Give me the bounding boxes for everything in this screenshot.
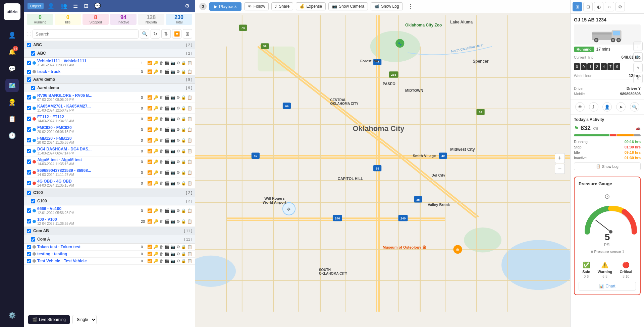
- person-action-btn[interactable]: 👤: [602, 102, 612, 112]
- rt-settings-btn[interactable]: ⚙: [615, 2, 625, 11]
- vehicle-checkbox[interactable]: [27, 61, 31, 65]
- grid-icon-btn[interactable]: ⊞: [82, 2, 90, 10]
- vehicle-checkbox[interactable]: [27, 170, 31, 175]
- vehicle-row[interactable]: 100 - V100 12-04-2023 11:36:55 AM 20 📶 🔑…: [24, 216, 195, 227]
- settings-icon-btn[interactable]: ⚙: [183, 2, 192, 10]
- view-action-btn[interactable]: 👁: [575, 102, 585, 112]
- vehicle-row[interactable]: 4G OBD - 4G OBD 14-03-2024 11:35:15 AM 0…: [24, 178, 195, 189]
- side-icon-3[interactable]: ✎: [633, 63, 643, 72]
- group-header-comab[interactable]: Com AB [ 11 ]: [24, 227, 195, 235]
- side-icon-4[interactable]: ⧉: [633, 74, 643, 83]
- status-nodata[interactable]: 128 NoData: [138, 14, 164, 25]
- vehicle-row[interactable]: FT112 - FT112 14-03-2024 11:34:56 AM 0 📶…: [24, 114, 195, 124]
- side-icon-1[interactable]: ↕: [633, 42, 643, 51]
- vehicle-checkbox[interactable]: [27, 245, 31, 249]
- vehicle-checkbox[interactable]: [27, 138, 31, 142]
- share-action-btn[interactable]: ⤴: [589, 102, 598, 112]
- vehicle-row[interactable]: testing - testing 0 📶 🔑 🗑 🎬 📷 ⚙ 🔒 📋: [24, 251, 195, 258]
- vehicle-row[interactable]: Token test - Token test 0 📶 🔑 🗑 🎬 📷 ⚙ 🔒 …: [24, 244, 195, 251]
- status-running[interactable]: 0 Running: [27, 14, 53, 25]
- vehicle-checkbox[interactable]: [27, 149, 31, 153]
- vehicle-row[interactable]: AlgoM test - AlgoM test 14-03-2024 11:35…: [24, 156, 195, 167]
- playback-tab-btn[interactable]: ▶ Playback: [209, 2, 241, 11]
- vehicle-row[interactable]: DC4 DASHCAM - DC4 DAS... 11-03-2024 06:4…: [24, 146, 195, 156]
- vehicle-row[interactable]: 6666 - Vc100 12-01-2024 05:56:23 PM 0 📶 …: [24, 205, 195, 216]
- vehicle-checkbox[interactable]: [27, 181, 31, 185]
- status-inactive[interactable]: 94 Inactive: [110, 14, 137, 25]
- share-btn[interactable]: ⤴ Share: [271, 2, 293, 10]
- vehicle-row[interactable]: FMB120 - FMB120 20-02-2024 11:35:58 AM 0…: [24, 135, 195, 146]
- group-coma-checkbox[interactable]: [31, 237, 35, 242]
- show-camera-btn[interactable]: 📷 Show Camera: [328, 2, 368, 10]
- rt-view-btn-2[interactable]: ⊟: [583, 2, 593, 11]
- search-btn[interactable]: 🔍: [140, 29, 149, 39]
- rt-view-btn-3[interactable]: ◐: [594, 2, 603, 11]
- rt-view-btn-1[interactable]: ⊞: [573, 2, 582, 11]
- pressure-chart-btn[interactable]: 📊 Chart: [579, 282, 636, 290]
- search-action-btn[interactable]: 🔍: [630, 102, 639, 112]
- object-tab-btn[interactable]: Object: [28, 3, 44, 9]
- nav-person[interactable]: 👷: [5, 95, 19, 109]
- group-aarvi-checkbox[interactable]: [27, 77, 31, 82]
- vehicle-checkbox[interactable]: [27, 259, 31, 263]
- vehicle-row[interactable]: truck - truck 0 📶 🔑 🗑 🎬 📷 ⚙ 🔒 📋: [24, 68, 195, 75]
- navigate-action-btn[interactable]: ➤: [616, 102, 626, 112]
- vehicle-checkbox[interactable]: [27, 252, 31, 256]
- list-icon-btn[interactable]: ☰: [71, 2, 80, 10]
- expense-btn[interactable]: 💰 Expense: [296, 2, 326, 10]
- group-abc-checkbox[interactable]: [27, 43, 31, 47]
- nav-profile[interactable]: 👤: [5, 28, 19, 42]
- vehicle-checkbox[interactable]: [27, 70, 31, 74]
- user-icon-btn[interactable]: 👤: [46, 2, 56, 10]
- columns-btn[interactable]: ⊞: [183, 29, 192, 39]
- vehicle-checkbox[interactable]: [27, 106, 31, 110]
- sort-btn[interactable]: ⇅: [161, 29, 171, 39]
- group-header-abc[interactable]: ABC [ 2 ]: [24, 41, 195, 49]
- vehicle-checkbox[interactable]: [27, 159, 31, 164]
- vehicle-row[interactable]: KA05AM2781 - KA05AM27... 11-03-2024 12:5…: [24, 103, 195, 114]
- filter-btn[interactable]: 🔽: [172, 29, 181, 39]
- follow-btn[interactable]: 👁 Follow: [244, 2, 269, 10]
- comment-icon-btn[interactable]: 💬: [92, 2, 103, 10]
- group-subheader-c100[interactable]: C100 [ 2 ]: [24, 197, 195, 205]
- side-icon-2[interactable]: 🔍: [633, 52, 643, 62]
- vehicle-checkbox[interactable]: [27, 95, 31, 100]
- refresh-btn[interactable]: ↻: [151, 29, 160, 39]
- group-header-aarvi[interactable]: Aarvi demo [ 9 ]: [24, 75, 195, 84]
- vehicle-row[interactable]: FMC920 - FMC920 20-02-2024 06:06:15 PM 0…: [24, 124, 195, 135]
- group-comab-checkbox[interactable]: [27, 229, 31, 233]
- nav-map[interactable]: 🗺️: [5, 79, 19, 92]
- vehicle-row[interactable]: 8696890437821539 - 86968... 14-03-2024 1…: [24, 167, 195, 178]
- nav-notifications[interactable]: 🔔 34: [5, 45, 19, 59]
- group-subheader-aarvi[interactable]: Aarvi demo [ 9 ]: [24, 84, 195, 92]
- live-streaming-btn[interactable]: 🎬 Live Streaming: [28, 315, 70, 324]
- vehicle-checkbox[interactable]: [27, 117, 31, 121]
- show-log-btn[interactable]: 📹 Show Log: [371, 2, 402, 10]
- show-log-activity-btn[interactable]: 📋 Show Log: [574, 162, 641, 170]
- status-stopped[interactable]: 8 Stopped: [83, 14, 109, 25]
- vehicle-checkbox[interactable]: [27, 208, 31, 213]
- rt-view-btn-4[interactable]: ○: [605, 2, 614, 11]
- group-abc2-checkbox[interactable]: [31, 51, 35, 56]
- vehicle-row[interactable]: Test Vehicle - Test Vehicle 0 📶 🔑 🗑 🎬 📷 …: [24, 258, 195, 265]
- group-subheader-coma[interactable]: Com A [ 11 ]: [24, 235, 195, 244]
- search-input[interactable]: [33, 29, 139, 39]
- nav-reports[interactable]: 📋: [5, 112, 19, 126]
- zoom-in-btn[interactable]: +: [555, 153, 565, 163]
- group-header-c100[interactable]: C100 [ 2 ]: [24, 189, 195, 197]
- map-more-btn[interactable]: ⋮: [406, 2, 416, 11]
- vehicle-row[interactable]: RV06 BANGLORE - RV06 B... 07-03-2024 08:…: [24, 92, 195, 103]
- group-c100b-checkbox[interactable]: [31, 199, 35, 203]
- group-icon-btn[interactable]: 👥: [58, 2, 69, 10]
- zoom-out-btn[interactable]: −: [555, 164, 565, 174]
- status-total[interactable]: 230 Total: [166, 14, 192, 25]
- nav-settings[interactable]: ⚙️: [5, 309, 19, 322]
- status-idle[interactable]: 0 Idle: [55, 14, 81, 25]
- vehicle-checkbox[interactable]: [27, 219, 31, 223]
- select-all-checkbox[interactable]: [27, 32, 31, 36]
- group-subheader-abc[interactable]: ABC [ 2 ]: [24, 49, 195, 58]
- vehicle-checkbox[interactable]: [27, 127, 31, 132]
- vehicle-row[interactable]: Vehicle1111 - Vehicle1111 31-01-2024 11:…: [24, 58, 195, 68]
- group-aarvi2-checkbox[interactable]: [31, 86, 35, 90]
- nav-schedule[interactable]: 🕐: [5, 129, 19, 142]
